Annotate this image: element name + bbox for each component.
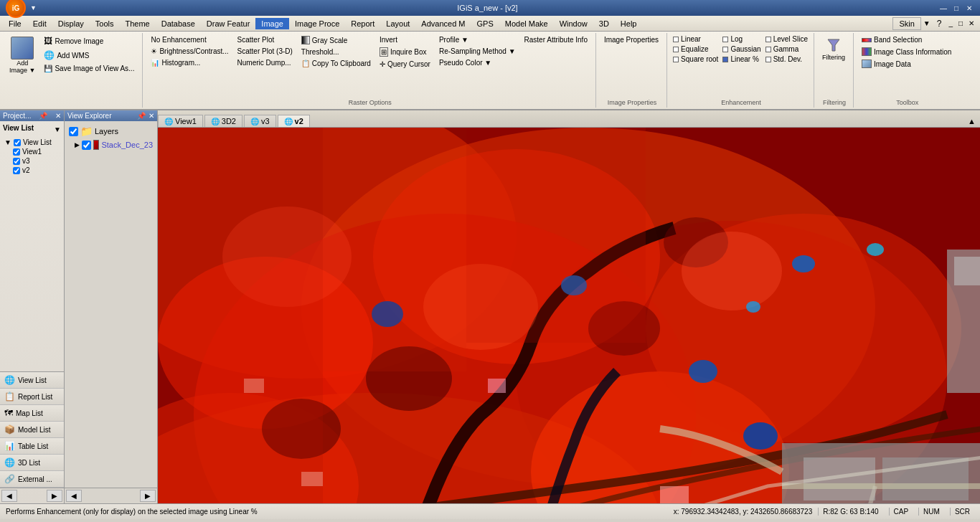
layer-expand[interactable]: ▶	[75, 141, 80, 148]
levelslice-button[interactable]: Level Slice	[764, 34, 809, 44]
stddev-button[interactable]: Std. Dev.	[764, 54, 809, 64]
image-class-info-button[interactable]: Image Class Information	[858, 46, 955, 57]
menu-database[interactable]: Database	[156, 18, 201, 29]
ve-scroll-left[interactable]: ◀	[66, 490, 82, 502]
window-close-icon[interactable]: ✕	[966, 18, 977, 29]
viewlist-v3[interactable]: v3	[11, 156, 61, 166]
nav-report-list[interactable]: 📋 Report List	[0, 389, 64, 405]
add-wms-button[interactable]: 🌐 Add WMS	[40, 49, 138, 62]
tab-3d2-icon: 🌐	[211, 118, 220, 125]
scroll-right[interactable]: ▶	[47, 490, 62, 502]
nav-map-list[interactable]: 🗺 Map List	[0, 405, 64, 422]
tab-v2[interactable]: 🌐 v2	[278, 115, 310, 127]
menu-theme[interactable]: Theme	[119, 18, 155, 29]
layers-folder[interactable]: 📁 Layers	[67, 124, 154, 138]
ve-close-icon[interactable]: ✕	[149, 112, 154, 120]
equalize-button[interactable]: Equalize	[672, 44, 720, 54]
nav-external[interactable]: 🔗 External ...	[0, 471, 64, 488]
layer-stack-dec-23[interactable]: ▶ Stack_Dec_23	[73, 138, 154, 151]
image-properties-button[interactable]: Image Properties	[600, 34, 662, 45]
menu-modelmake[interactable]: Model Make	[499, 18, 554, 29]
viewlist-v2[interactable]: v2	[11, 166, 61, 175]
ve-pin-icon[interactable]: 📌	[137, 112, 146, 120]
viewlist-view1[interactable]: View1	[11, 147, 61, 156]
window-restore-icon[interactable]: □	[956, 18, 966, 29]
linearpct-button[interactable]: Linear %	[721, 54, 762, 64]
gray-scale-button[interactable]: Gray Scale	[298, 34, 374, 46]
remove-image-button[interactable]: 🖼 Remove Image	[40, 34, 138, 47]
viewlist-root-check[interactable]	[14, 139, 21, 146]
satellite-view[interactable]	[158, 128, 980, 503]
filtering-button[interactable]: Filtering	[819, 34, 849, 63]
linear-button[interactable]: Linear	[672, 34, 720, 44]
nav-3d-list[interactable]: 🌐 3D List	[0, 455, 64, 471]
view1-check[interactable]	[13, 148, 20, 156]
numeric-dump-button[interactable]: Numeric Dump...	[234, 57, 296, 68]
log-button[interactable]: Log	[721, 34, 762, 44]
copy-clipboard-button[interactable]: 📋 Copy To Clipboard	[298, 58, 374, 69]
menu-layout[interactable]: Layout	[380, 18, 415, 29]
layer-name[interactable]: Stack_Dec_23	[101, 141, 153, 149]
window-min-icon[interactable]: _	[946, 18, 956, 29]
layers-check[interactable]	[69, 127, 78, 136]
invert-button[interactable]: Invert	[376, 34, 434, 45]
scroll-left[interactable]: ◀	[1, 490, 17, 502]
v3-check[interactable]	[13, 158, 20, 165]
menu-drawfeature[interactable]: Draw Featur	[201, 18, 256, 29]
layer-check[interactable]	[82, 141, 91, 150]
menu-skin[interactable]: Skin	[892, 17, 920, 30]
resampling-button[interactable]: Re-Sampling Method ▼	[435, 46, 519, 57]
menu-gps[interactable]: GPS	[471, 18, 499, 29]
menu-file[interactable]: File	[3, 18, 27, 29]
query-cursor-button[interactable]: ✛ Query Cursor	[376, 59, 434, 70]
titlebar-controls[interactable]: — □ ✕	[938, 3, 974, 13]
no-enhancement-button[interactable]: No Enhancement	[147, 34, 232, 45]
left-panel: Project... 📌 ✕ View List ▼ ▼ View List V…	[0, 110, 65, 503]
menu-help[interactable]: Help	[615, 18, 643, 29]
menu-imageproce[interactable]: Image Proce	[289, 18, 345, 29]
restore-button[interactable]: □	[951, 3, 961, 13]
add-image-button[interactable]: Add Image ▼	[6, 34, 39, 76]
tab-v3[interactable]: 🌐 v3	[244, 115, 276, 127]
collapse-button[interactable]: ▲	[963, 115, 980, 127]
threshold-button[interactable]: Threshold...	[298, 47, 374, 57]
ve-scroll-right[interactable]: ▶	[140, 490, 156, 502]
raster-col3: Gray Scale Threshold... 📋 Copy To Clipbo…	[298, 34, 374, 69]
band-selection-button[interactable]: Band Selection	[858, 34, 955, 45]
squareroot-button[interactable]: Square root	[672, 54, 720, 64]
menu-display[interactable]: Display	[52, 18, 90, 29]
help-icon[interactable]: ?	[933, 17, 946, 30]
menu-edit[interactable]: Edit	[27, 18, 52, 29]
nav-view-list[interactable]: 🌐 View List	[0, 372, 64, 389]
project-close-icon[interactable]: ✕	[55, 112, 61, 120]
tab-3d2[interactable]: 🌐 3D2	[204, 115, 242, 127]
minimize-button[interactable]: —	[938, 3, 948, 13]
profile-button[interactable]: Profile ▼	[435, 34, 519, 45]
view-list-dropdown[interactable]: ▼	[54, 125, 61, 133]
menu-tools[interactable]: Tools	[90, 18, 120, 29]
scatter-plot-3d-button[interactable]: Scatter Plot (3-D)	[234, 46, 296, 57]
nav-model-list[interactable]: 📦 Model List	[0, 422, 64, 438]
gamma-button[interactable]: Gamma	[764, 44, 809, 54]
inquire-box-button[interactable]: ⊞ Inquire Box	[376, 46, 434, 58]
menu-report[interactable]: Report	[345, 18, 380, 29]
pseudo-color-button[interactable]: Pseudo Color ▼	[435, 57, 519, 68]
brightness-contrast-button[interactable]: ☀ Brightness/Contrast...	[147, 46, 232, 57]
gaussian-button[interactable]: Gaussian	[721, 44, 762, 54]
skin-dropdown[interactable]: ▼	[921, 18, 933, 29]
menu-image[interactable]: Image	[255, 18, 289, 29]
scatter-plot-button[interactable]: Scatter Plot	[234, 34, 296, 45]
menu-window[interactable]: Window	[554, 18, 593, 29]
nav-table-list[interactable]: 📊 Table List	[0, 438, 64, 455]
image-data-button[interactable]: Image Data	[858, 58, 955, 70]
menu-advancedm[interactable]: Advanced M	[415, 18, 471, 29]
v2-check[interactable]	[13, 167, 20, 174]
histogram-button[interactable]: 📊 Histogram...	[147, 57, 232, 68]
raster-attribute-button[interactable]: Raster Attribute Info	[521, 34, 591, 45]
save-image-view-button[interactable]: 💾 Save Image of View As...	[40, 63, 138, 74]
close-button[interactable]: ✕	[964, 3, 974, 13]
project-pin-icon[interactable]: 📌	[39, 112, 47, 120]
tab-view1[interactable]: 🌐 View1	[158, 115, 203, 127]
menu-3d[interactable]: 3D	[593, 18, 615, 29]
viewlist-expand[interactable]: ▼	[4, 138, 11, 146]
